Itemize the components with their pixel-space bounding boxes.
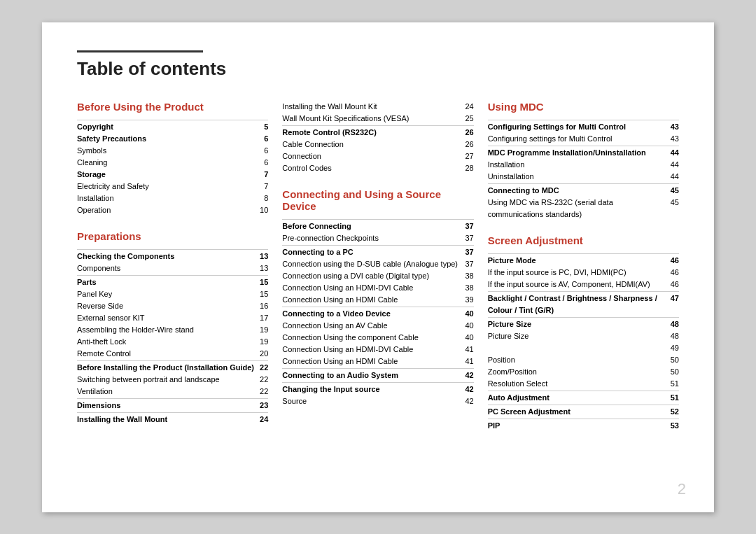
- toc-entry: Installation8: [77, 192, 268, 204]
- entry-page: 37: [461, 258, 473, 270]
- entry-page: 40: [461, 320, 473, 332]
- divider-line: [282, 125, 473, 126]
- entry-page: 25: [461, 113, 473, 125]
- entry-page: 48: [666, 318, 679, 330]
- entry-label: Configuring Settings for Multi Control: [488, 121, 666, 133]
- entry-label: Pre-connection Checkpoints: [282, 232, 461, 244]
- entry-page: 49: [666, 342, 679, 354]
- entry-page: 6: [260, 145, 268, 157]
- toc-entry: Reverse Side16: [77, 300, 268, 312]
- entry-page: 42: [461, 384, 473, 395]
- entry-page: 23: [255, 400, 268, 412]
- divider-line: [488, 391, 679, 391]
- entry-page: 13: [255, 251, 268, 262]
- entry-label: Components: [77, 262, 255, 274]
- column-1: Before Using the ProductCopyright5Safety…: [77, 101, 282, 447]
- divider-line: [77, 275, 268, 276]
- toc-section: PreparationsChecking the Components13Com…: [77, 230, 268, 426]
- toc-entry: External sensor KIT17: [77, 312, 268, 324]
- entry-label: Electricity and Safety: [77, 181, 260, 192]
- toc-entry: Connecting to a Video Device40: [282, 308, 473, 320]
- page: Table of contents Before Using the Produ…: [42, 22, 714, 512]
- divider-line: [282, 382, 473, 383]
- entry-page: 19: [255, 336, 268, 348]
- divider-line: [488, 120, 679, 120]
- entry-label: Position: [488, 354, 666, 366]
- divider-line: [282, 245, 473, 246]
- entry-page: 40: [461, 332, 473, 344]
- toc-entry: Connection Using the component Cable40: [282, 332, 473, 344]
- toc-entry: Connection27: [282, 150, 473, 162]
- entry-label: Installing the Wall Mount Kit: [282, 101, 461, 113]
- entry-label: Cleaning: [77, 157, 260, 169]
- entry-page: 8: [260, 192, 268, 204]
- toc-entry: Symbols6: [77, 145, 268, 157]
- toc-entry: Switching between portrait and landscape…: [77, 374, 268, 386]
- entry-page: 46: [666, 255, 679, 267]
- entry-label: Reverse Side: [77, 300, 255, 312]
- entry-page: 45: [666, 185, 679, 197]
- entry-label: Zoom/Position: [488, 366, 666, 378]
- divider-line: [77, 249, 268, 250]
- entry-page: 22: [255, 386, 268, 398]
- entry-label: Resolution Select: [488, 378, 666, 390]
- entry-page: 37: [461, 220, 473, 232]
- entry-page: 6: [260, 133, 268, 145]
- entry-label: Backlight / Contrast / Brightness / Shar…: [488, 293, 666, 316]
- entry-page: 51: [666, 392, 679, 404]
- page-number: 2: [678, 480, 686, 498]
- entry-page: 50: [666, 366, 679, 378]
- entry-label: Assembling the Holder-Wire stand: [77, 324, 255, 336]
- entry-label: Operation: [77, 204, 255, 216]
- entry-page: 37: [461, 246, 473, 258]
- toc-entry: Position50: [488, 354, 679, 366]
- entry-label: Connection using the D-SUB cable (Analog…: [282, 258, 461, 270]
- divider-line: [282, 368, 473, 369]
- entry-label: MDC Programme Installation/Uninstallatio…: [488, 147, 666, 159]
- toc-entry: Before Connecting37: [282, 220, 473, 232]
- entry-page: 17: [255, 312, 268, 324]
- toc-entry: Assembling the Holder-Wire stand19: [77, 324, 268, 336]
- entry-label: Picture Mode: [488, 255, 666, 267]
- toc-entry: Uninstallation44: [488, 171, 679, 183]
- toc-entry: MDC Programme Installation/Uninstallatio…: [488, 147, 679, 159]
- toc-entry: Safety Precautions6: [77, 133, 268, 145]
- toc-entry: Configuring Settings for Multi Control43: [488, 121, 679, 133]
- entry-label: Using MDC via RS-232C (serial data commu…: [488, 197, 666, 220]
- toc-entry: Panel Key15: [77, 288, 268, 300]
- entry-page: 41: [461, 356, 473, 367]
- entry-label: If the input source is PC, DVI, HDMI(PC): [488, 267, 666, 279]
- entry-page: 50: [666, 354, 679, 366]
- divider-line: [77, 120, 268, 120]
- section-title: Using MDC: [488, 101, 679, 113]
- toc-entry: Connecting to a PC37: [282, 246, 473, 258]
- entry-label: If the input source is AV, Component, HD…: [488, 279, 666, 290]
- entry-page: 48: [666, 330, 679, 342]
- entry-page: 24: [255, 414, 268, 426]
- toc-entry: Remote Control20: [77, 348, 268, 360]
- entry-label: Connection Using an HDMI-DVI Cable: [282, 344, 461, 356]
- toc-entry: Pre-connection Checkpoints37: [282, 232, 473, 244]
- entry-page: 5: [260, 121, 268, 133]
- toc-entry: Installing the Wall Mount Kit24: [282, 101, 473, 113]
- section-title: Preparations: [77, 230, 268, 242]
- divider-line: [282, 307, 473, 307]
- entry-page: 26: [461, 127, 473, 139]
- entry-page: 10: [255, 204, 268, 216]
- section-title: Connecting and Using a Source Device: [282, 188, 473, 212]
- entry-page: 46: [666, 279, 679, 290]
- entry-page: 40: [461, 308, 473, 320]
- entry-label: Uninstallation: [488, 171, 666, 183]
- title-bar: [77, 50, 203, 52]
- divider-line: [488, 405, 679, 405]
- toc-entry: Installation44: [488, 159, 679, 171]
- entry-page: 28: [461, 162, 473, 174]
- toc-entry: Control Codes28: [282, 162, 473, 174]
- entry-page: 15: [255, 288, 268, 300]
- entry-page: 51: [666, 378, 679, 390]
- entry-page: 42: [461, 395, 473, 407]
- toc-entry: Connection Using an AV Cable40: [282, 320, 473, 332]
- toc-entry: Copyright5: [77, 121, 268, 133]
- toc-entry: Connection using a DVI cable (Digital ty…: [282, 270, 473, 282]
- entry-label: Anti-theft Lock: [77, 336, 255, 348]
